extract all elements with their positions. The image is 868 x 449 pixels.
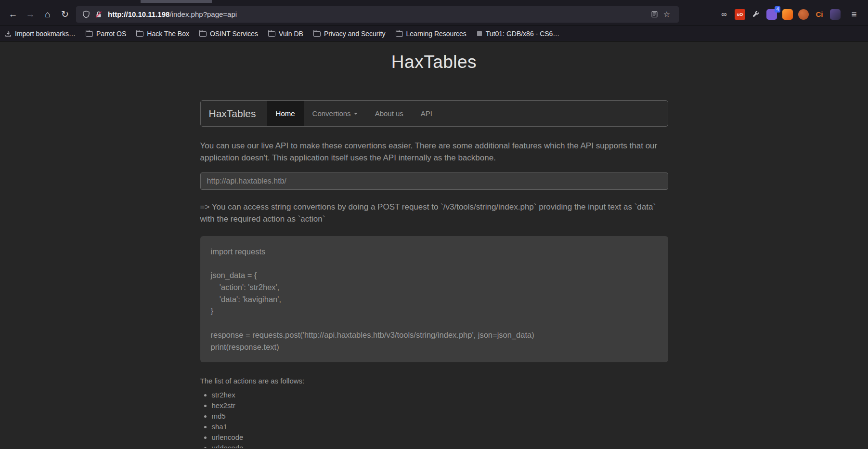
folder-icon bbox=[86, 31, 93, 37]
page-content: HaxTables HaxTables Home Convertions Abo… bbox=[0, 41, 868, 448]
post-request-note: => You can access string convertions by … bbox=[200, 201, 668, 225]
folder-icon bbox=[313, 31, 321, 37]
bookmark-label: Privacy and Security bbox=[324, 30, 386, 38]
fox-extension-icon[interactable] bbox=[782, 9, 793, 20]
nav-item-about-us[interactable]: About us bbox=[366, 101, 412, 126]
nav-item-convertions[interactable]: Convertions bbox=[304, 101, 366, 126]
active-tab-edge[interactable] bbox=[141, 0, 212, 3]
url-host: http://10.10.11.198 bbox=[108, 10, 169, 18]
puzzle-extension-icon[interactable]: 4 bbox=[766, 9, 777, 20]
url-text: http://10.10.11.198/index.php?page=api bbox=[108, 10, 649, 18]
action-item: hex2str bbox=[212, 401, 668, 409]
url-bar[interactable]: http://10.10.11.198/index.php?page=api ☆ bbox=[76, 6, 679, 23]
browser-toolbar: ← → ⌂ ↻ http://10.10.11.198/index.php?pa… bbox=[0, 3, 868, 26]
shield-icon[interactable] bbox=[81, 9, 91, 20]
bookmark-folder-vuln-db[interactable]: Vuln DB bbox=[268, 30, 303, 38]
menu-button[interactable]: ≡ bbox=[846, 6, 862, 23]
action-item: str2hex bbox=[212, 391, 668, 399]
url-path: /index.php?page=api bbox=[169, 10, 237, 18]
ublock-origin-icon[interactable]: uO bbox=[735, 9, 745, 20]
tab-strip bbox=[0, 0, 868, 3]
navbar-brand[interactable]: HaxTables bbox=[201, 101, 264, 126]
forward-button[interactable]: → bbox=[22, 6, 39, 23]
bookmark-import[interactable]: Import bookmarks… bbox=[5, 30, 76, 38]
action-item: urldecode bbox=[212, 444, 668, 448]
insecure-lock-icon[interactable] bbox=[93, 9, 104, 20]
bookmark-label: Hack The Box bbox=[147, 30, 189, 38]
action-item: sha1 bbox=[212, 423, 668, 431]
action-item: urlencode bbox=[212, 433, 668, 441]
bookmark-label: Import bookmarks… bbox=[15, 30, 76, 38]
content-container: HaxTables Home Convertions About us API … bbox=[200, 100, 668, 448]
reader-mode-icon[interactable] bbox=[649, 9, 660, 20]
import-bookmarks-icon bbox=[5, 30, 12, 37]
site-navbar: HaxTables Home Convertions About us API bbox=[200, 100, 668, 127]
caret-down-icon bbox=[354, 113, 358, 115]
bookmark-tut01[interactable]: Tut01: GDB/x86 - CS6… bbox=[477, 30, 560, 38]
actions-list: str2hex hex2str md5 sha1 urlencode urlde… bbox=[200, 391, 668, 448]
bookmark-label: Learning Resources bbox=[406, 30, 466, 38]
intro-text: You can use our live API to make these c… bbox=[200, 140, 668, 164]
code-example: import requests json_data = { 'action': … bbox=[200, 236, 668, 363]
folder-icon bbox=[268, 31, 275, 37]
api-url-well: http://api.haxtables.htb/ bbox=[200, 172, 668, 190]
bookmark-label: Parrot OS bbox=[96, 30, 126, 38]
extension-badge: 4 bbox=[775, 6, 780, 13]
home-button[interactable]: ⌂ bbox=[39, 6, 56, 23]
cookie-extension-icon[interactable] bbox=[798, 9, 809, 20]
wrench-extension-icon[interactable] bbox=[751, 9, 761, 20]
reload-button[interactable]: ↻ bbox=[57, 6, 73, 23]
bookmarks-bar: Import bookmarks… Parrot OS Hack The Box… bbox=[0, 26, 868, 41]
bookmark-label: OSINT Services bbox=[210, 30, 258, 38]
browser-window: ← → ⌂ ↻ http://10.10.11.198/index.php?pa… bbox=[0, 0, 868, 448]
back-button[interactable]: ← bbox=[5, 6, 21, 23]
bookmark-folder-parrot-os[interactable]: Parrot OS bbox=[86, 30, 126, 38]
bookmark-folder-osint-services[interactable]: OSINT Services bbox=[199, 30, 258, 38]
folder-icon bbox=[136, 31, 143, 37]
nav-item-api[interactable]: API bbox=[412, 101, 441, 126]
extensions-area: ∞ uO 4 Ci ≡ bbox=[719, 6, 863, 23]
actions-intro: The list of actions are as follows: bbox=[200, 377, 668, 385]
ci-extension-icon[interactable]: Ci bbox=[814, 9, 825, 20]
folder-icon bbox=[199, 31, 207, 37]
page-title: HaxTables bbox=[0, 41, 868, 72]
bookmark-star-icon[interactable]: ☆ bbox=[661, 9, 672, 20]
bookmark-folder-privacy-and-security[interactable]: Privacy and Security bbox=[313, 30, 386, 38]
bookmark-label: Tut01: GDB/x86 - CS6… bbox=[486, 30, 560, 38]
nav-item-home[interactable]: Home bbox=[267, 101, 304, 126]
bookmark-label: Vuln DB bbox=[279, 30, 303, 38]
page-icon bbox=[477, 30, 482, 37]
folder-icon bbox=[396, 31, 403, 37]
nav-item-label: Convertions bbox=[312, 109, 351, 118]
infinity-extension-icon[interactable]: ∞ bbox=[719, 9, 729, 20]
bookmark-folder-hack-the-box[interactable]: Hack The Box bbox=[136, 30, 189, 38]
action-item: md5 bbox=[212, 412, 668, 420]
bookmark-folder-learning-resources[interactable]: Learning Resources bbox=[396, 30, 466, 38]
theme-extension-icon[interactable] bbox=[830, 9, 841, 20]
